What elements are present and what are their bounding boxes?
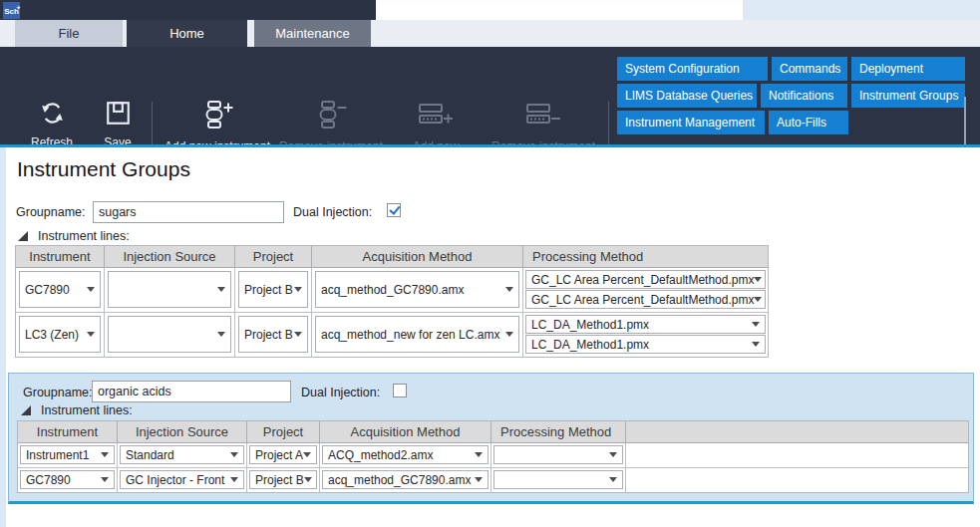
chevron-down-icon [475,452,483,457]
table-header-row: Instrument Injection Source Project Acqu… [16,246,768,268]
project-combo[interactable]: Project B [238,271,308,308]
tab-file[interactable]: File [15,20,123,47]
add-instrument-group-icon [199,100,235,134]
instrument-combo[interactable]: GC7890 [19,271,101,308]
instrument-lines-table: Instrument Injection Source Project Acqu… [17,420,969,493]
chevron-down-icon [101,452,109,457]
project-combo[interactable]: Project B [249,470,317,489]
groupname-input[interactable] [93,201,284,223]
instrument-combo[interactable]: GC7890 [20,470,115,489]
dual-injection-label: Dual Injection: [301,386,380,399]
acquisition-method-combo[interactable]: ACQ_method2.amx [322,445,489,464]
tab-home[interactable]: Home [127,20,247,47]
instrument-group-selected[interactable]: Groupname: Dual Injection: Instrument li… [8,373,974,504]
page-title: Instrument Groups [17,157,190,181]
window-button-lims-database-queries[interactable]: LIMS Database Queries [617,84,757,108]
add-instrument-line-icon [417,100,455,134]
groupname-label: Groupname: [16,205,85,219]
column-header-acquisition-method: Acquisition Method [320,421,491,442]
save-icon [105,100,132,131]
processing-method-combo-2[interactable]: GC_LC Area Percent_DefaultMethod.pmx [525,290,766,309]
instrument-lines-label: Instrument lines: [38,229,130,243]
processing-method-combo-1[interactable]: GC_LC Area Percent_DefaultMethod.pmx [525,270,766,289]
app-icon[interactable]: Sch ✦ [3,2,20,19]
processing-method-combo[interactable] [493,470,623,489]
column-header-instrument: Instrument [16,246,105,267]
chevron-down-icon [303,452,311,457]
window-button-commands[interactable]: Commands [772,57,847,81]
groupname-label: Groupname: [23,386,92,399]
chevron-down-icon [230,477,238,482]
acquisition-method-combo[interactable]: acq_method_new for zen LC.amx [315,316,519,353]
table-header-row: Instrument Injection Source Project Acqu… [18,421,968,443]
column-header-instrument: Instrument [18,421,118,442]
injection-source-combo[interactable]: GC Injector - Front [120,470,244,489]
dual-injection-checkbox[interactable] [387,203,401,217]
chevron-down-icon [87,287,95,292]
instrument-lines-label: Instrument lines: [41,403,133,417]
chevron-down-icon [505,332,513,337]
window-button-auto-fills[interactable]: Auto-Fills [769,111,848,134]
chevron-down-icon [752,322,760,327]
remove-instrument-group-icon [313,100,349,134]
window-button-instrument-groups[interactable]: Instrument Groups [851,84,965,108]
processing-method-combo[interactable] [493,445,623,464]
panel-left-strip [0,147,6,527]
chevron-down-icon [87,332,95,337]
instrument-lines-expander[interactable] [21,405,31,415]
chevron-down-icon [294,287,302,292]
acquisition-method-combo[interactable]: acq_method_GC7890.amx [315,271,519,308]
app-window: { "app": { "icon_label": "Sch", "tabs": … [0,0,980,527]
table-row: LC3 (Zen) Project B acq_method_new for z… [16,312,768,357]
instrument-combo[interactable]: LC3 (Zen) [19,316,101,353]
chevron-down-icon [475,477,483,482]
refresh-icon [39,100,66,131]
column-header-processing-method: Processing Method [523,246,768,267]
tab-maintenance[interactable]: Maintenance [254,20,371,47]
instrument-lines-expander[interactable] [18,231,28,241]
table-row: Instrument1 Standard Project A ACQ_metho… [18,443,968,467]
chevron-down-icon [294,332,302,337]
chevron-down-icon [505,287,513,292]
window-button-instrument-management[interactable]: Instrument Management [617,111,765,134]
window-button-notifications[interactable]: Notifications [761,84,847,108]
injection-source-combo[interactable]: Standard [120,445,244,464]
column-header-filler [626,421,968,442]
table-row: GC7890 Project B acq_method_GC7890.amx G… [16,268,768,312]
sparkle-icon: ✦ [16,0,21,18]
remove-instrument-line-icon [524,100,562,134]
chevron-down-icon [304,477,312,482]
chevron-down-icon [754,277,762,282]
instrument-combo[interactable]: Instrument1 [20,445,115,464]
titlebar-gap [375,0,743,5]
injection-source-combo[interactable] [108,271,231,308]
chevron-down-icon [230,452,238,457]
groupname-input[interactable] [92,381,291,402]
chevron-down-icon [752,342,760,347]
chevron-down-icon [217,332,225,337]
project-combo[interactable]: Project B [238,316,308,353]
project-combo[interactable]: Project A [249,445,317,464]
processing-method-combo-1[interactable]: LC_DA_Method1.pmx [525,315,766,334]
chevron-down-icon [754,297,762,302]
table-row: GC7890 GC Injector - Front Project B acq… [18,467,968,492]
window-button-deployment[interactable]: Deployment [851,57,965,81]
chevron-down-icon [217,287,225,292]
column-header-project: Project [247,421,320,442]
ribbon: Refresh Save Add new instrument group [0,47,980,144]
column-header-injection-source: Injection Source [105,246,235,267]
chevron-down-icon [609,452,617,457]
window-button-system-configuration[interactable]: System Configuration [617,57,768,81]
dual-injection-label: Dual Injection: [293,205,372,219]
acquisition-method-combo[interactable]: acq_method_GC7890.amx [322,470,489,489]
column-header-project: Project [235,246,312,267]
dual-injection-checkbox[interactable] [393,384,407,397]
processing-method-combo-2[interactable]: LC_DA_Method1.pmx [525,335,766,354]
titlebar: Sch ✦ [0,0,376,20]
instrument-lines-table: Instrument Injection Source Project Acqu… [15,245,769,358]
column-header-acquisition-method: Acquisition Method [312,246,523,267]
column-header-injection-source: Injection Source [118,421,247,442]
column-header-processing-method: Processing Method [491,421,626,442]
chevron-down-icon [609,477,617,482]
injection-source-combo[interactable] [108,316,231,353]
